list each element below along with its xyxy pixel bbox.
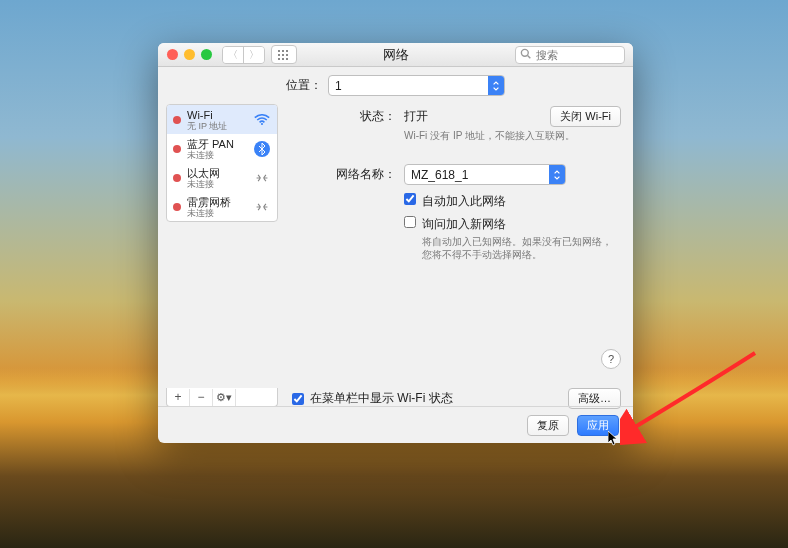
bluetooth-icon [253,140,271,158]
status-dot-icon [173,203,181,211]
location-select[interactable]: 1 [328,75,505,96]
status-dot-icon [173,116,181,124]
network-name-value: MZ_618_1 [405,168,549,182]
sidebar-footer: + − ⚙︎▾ [166,388,278,407]
location-value: 1 [329,79,488,93]
titlebar: 〈 〉 网络 [158,43,633,67]
auto-join-label: 自动加入此网络 [422,193,506,210]
body: Wi-Fi 无 IP 地址 蓝牙 PAN 未连接 [158,102,633,409]
sidebar-item-label: 以太网 [187,167,220,179]
sidebar-item-label: 蓝牙 PAN [187,138,234,150]
interface-actions-menu[interactable]: ⚙︎▾ [213,389,236,406]
help-button[interactable]: ? [601,349,621,369]
bridge-icon [253,198,271,216]
status-row: 状态： 打开 关闭 Wi-Fi Wi-Fi 没有 IP 地址，不能接入互联网。 [292,106,621,142]
show-status-checkbox[interactable] [292,393,304,405]
sidebar-item-sublabel: 无 IP 地址 [187,121,227,131]
ask-join-note: 将自动加入已知网络。如果没有已知网络，您将不得不手动选择网络。 [422,235,621,261]
sidebar-item-sublabel: 未连接 [187,208,231,218]
sidebar-item-sublabel: 未连接 [187,150,234,160]
svg-line-10 [528,56,531,59]
network-preferences-window: 〈 〉 网络 位置： 1 [158,43,633,443]
status-dot-icon [173,145,181,153]
svg-point-9 [521,49,528,56]
auto-join-checkbox[interactable] [404,193,416,205]
status-note: Wi-Fi 没有 IP 地址，不能接入互联网。 [404,129,621,142]
auto-join-row: 自动加入此网络 [404,193,621,210]
ethernet-icon [253,169,271,187]
network-name-select[interactable]: MZ_618_1 [404,164,566,185]
sidebar-item-label: Wi-Fi [187,109,227,121]
svg-point-11 [261,123,263,125]
remove-interface-button[interactable]: − [190,389,213,406]
search-field[interactable] [515,46,625,64]
sidebar-item-sublabel: 未连接 [187,179,220,189]
revert-button[interactable]: 复原 [527,415,569,436]
sidebar-item-label: 雷雳网桥 [187,196,231,208]
sidebar-item-wifi[interactable]: Wi-Fi 无 IP 地址 [167,105,277,134]
sidebar-item-ethernet[interactable]: 以太网 未连接 [167,163,277,192]
status-value: 打开 [404,108,428,125]
mouse-cursor-icon [608,431,620,447]
network-name-label: 网络名称： [292,164,404,185]
location-label: 位置： [286,77,322,94]
show-status-label: 在菜单栏中显示 Wi-Fi 状态 [310,390,453,407]
wifi-icon [253,111,271,129]
add-interface-button[interactable]: + [167,389,190,406]
ask-join-row: 询问加入新网络 将自动加入已知网络。如果没有已知网络，您将不得不手动选择网络。 [404,216,621,261]
sidebar-item-bluetooth-pan[interactable]: 蓝牙 PAN 未连接 [167,134,277,163]
chevron-updown-icon [549,165,565,184]
ask-join-checkbox[interactable] [404,216,416,228]
sidebar-item-thunderbolt-bridge[interactable]: 雷雳网桥 未连接 [167,192,277,221]
footer: 复原 应用 [158,406,633,443]
status-label: 状态： [292,106,404,142]
location-row: 位置： 1 [158,67,633,102]
ask-join-label: 询问加入新网络 [422,216,621,233]
interface-sidebar: Wi-Fi 无 IP 地址 蓝牙 PAN 未连接 [166,104,278,222]
status-dot-icon [173,174,181,182]
search-icon [520,48,531,62]
interface-list: Wi-Fi 无 IP 地址 蓝牙 PAN 未连接 [167,105,277,221]
turn-off-wifi-button[interactable]: 关闭 Wi-Fi [550,106,621,127]
detail-panel: 状态： 打开 关闭 Wi-Fi Wi-Fi 没有 IP 地址，不能接入互联网。 … [278,102,633,409]
network-name-row: 网络名称： MZ_618_1 [292,164,621,185]
annotation-arrow [620,348,760,448]
chevron-updown-icon [488,76,504,95]
search-input[interactable] [534,48,620,62]
